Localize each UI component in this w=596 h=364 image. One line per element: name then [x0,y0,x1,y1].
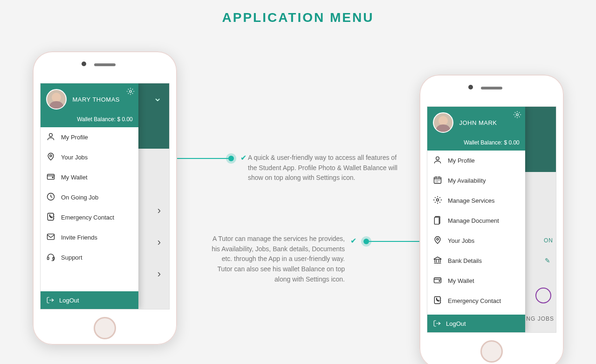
menu-item-label: Manage Services [448,197,494,204]
home-button[interactable] [94,317,116,339]
connector-dot [363,239,369,244]
gear-icon [126,87,135,96]
menu-item-label: Your Jobs [61,154,88,161]
avatar[interactable] [433,112,453,133]
menu-item-label: Manage Document [448,217,499,224]
description-tutor: A Tutor can manage the services he provi… [205,234,345,284]
menu-item-label: Invite Friends [61,234,97,241]
document-icon [433,215,442,226]
menu-item-label: My Wallet [61,174,88,181]
wallet-icon [46,172,55,183]
menu-item-invite-friends[interactable]: Invite Friends [41,227,138,247]
menu-item-label: On Going Job [61,194,98,201]
menu-item-my-profile[interactable]: My Profile [41,127,138,147]
svg-rect-9 [53,257,54,260]
menu-item-label: Bank Details [448,257,482,264]
envelope-icon [46,232,55,243]
svg-point-1 [49,133,53,137]
menu-item-your-jobs[interactable]: Your Jobs [41,147,138,167]
connector-line [177,158,228,159]
menu-item-emergency-contact[interactable]: Emergency Contact [41,207,138,227]
menu-item-label: My Availability [448,177,486,184]
bg-text: NG JOBS [526,316,554,322]
wallet-icon [433,275,442,286]
bg-circle [535,288,551,303]
settings-button[interactable] [513,110,521,121]
svg-point-16 [437,238,438,240]
chevron-right-icon: › [158,268,161,280]
chevron-right-icon: › [158,205,161,217]
navigation-drawer: JOHN MARK Wallet Balance: $ 0.00 My Prof… [427,107,525,332]
calendar-icon [433,175,442,186]
drawer-header: JOHN MARK Wallet Balance: $ 0.00 [427,107,525,151]
gear-solid-icon [433,195,442,206]
menu-item-emergency-contact[interactable]: Emergency Contact [427,291,525,311]
phone-screen: ON ✎ NG JOBS JOHN MARK Wallet Balance: $… [427,106,556,333]
logout-label: LogOut [446,320,466,327]
clock-icon [46,192,55,203]
svg-point-13 [437,199,439,201]
avatar[interactable] [46,89,67,110]
menu-item-bank-details[interactable]: Bank Details [427,251,525,271]
edit-icon: ✎ [545,257,550,264]
svg-point-0 [130,90,132,93]
home-button[interactable] [480,340,503,363]
menu-item-my-profile[interactable]: My Profile [427,151,525,171]
connector-dot [228,156,234,161]
navigation-drawer: MARY THOMAS Wallet Balance: $ 0.00 My Pr… [41,83,138,309]
pin-icon [433,235,442,246]
bank-icon [433,255,442,266]
app-background: ON ✎ NG JOBS [525,107,556,332]
svg-point-4 [52,177,53,178]
wallet-balance: Wallet Balance: $ 0.00 [46,116,133,123]
menu-item-label: Emergency Contact [61,214,114,221]
menu-item-label: My Wallet [448,277,474,284]
chevron-down-icon: ⌄ [153,92,162,104]
settings-button[interactable] [126,87,135,97]
user-icon [433,155,442,166]
menu-item-my-wallet[interactable]: My Wallet [427,271,525,291]
drawer-header: MARY THOMAS Wallet Balance: $ 0.00 [41,83,138,127]
logout-button[interactable]: LogOut [427,315,525,332]
phone-book-icon [46,212,55,223]
phone-tutor: ON ✎ NG JOBS JOHN MARK Wallet Balance: $… [419,75,564,364]
bg-text: ON [544,237,553,244]
phone-speaker [481,87,502,89]
menu-item-your-jobs[interactable]: Your Jobs [427,231,525,251]
svg-point-2 [50,155,52,157]
wallet-balance: Wallet Balance: $ 0.00 [433,139,520,146]
app-background: ⌄ › › › [138,83,169,309]
headset-icon [46,252,55,263]
chevron-right-icon: › [158,236,161,248]
menu-item-support[interactable]: Support [41,247,138,268]
svg-point-11 [436,157,439,160]
svg-rect-8 [48,257,49,260]
phone-screen: ⌄ › › › MARY THOMAS Wallet Balance: $ 0.… [40,83,170,309]
phone-student: ⌄ › › › MARY THOMAS Wallet Balance: $ 0.… [33,51,177,345]
user-name: JOHN MARK [459,119,497,126]
menu-item-on-going-job[interactable]: On Going Job [41,187,138,207]
logout-button[interactable]: LogOut [41,291,138,309]
svg-rect-7 [48,234,55,240]
page-title: APPLICATION MENU [0,0,596,25]
menu-item-manage-document[interactable]: Manage Document [427,211,525,231]
check-icon: ✔ [240,153,247,162]
user-icon [46,132,55,143]
menu-list: My ProfileMy AvailabilityManage Services… [427,151,525,315]
menu-list: My ProfileYour JobsMy WalletOn Going Job… [41,127,138,291]
description-student: A quick & user-friendly way to access al… [248,153,402,183]
gear-icon [513,110,521,119]
menu-item-label: Your Jobs [448,237,474,244]
phone-book-icon [433,295,442,306]
phone-camera [82,62,86,66]
svg-point-18 [439,281,440,282]
logout-icon [433,319,441,328]
user-name: MARY THOMAS [72,96,120,103]
menu-item-my-availability[interactable]: My Availability [427,171,525,191]
menu-item-user-feedback[interactable]: User Feedback [427,311,525,315]
check-icon: ✔ [350,236,356,245]
menu-item-manage-services[interactable]: Manage Services [427,191,525,211]
svg-point-10 [516,114,519,116]
logout-label: LogOut [59,297,79,304]
menu-item-my-wallet[interactable]: My Wallet [41,167,138,187]
